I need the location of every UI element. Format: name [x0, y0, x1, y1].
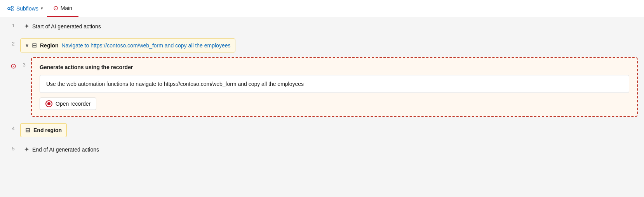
- row-1-content: ✦ Start of AI generated actions: [20, 20, 638, 32]
- row-5: 5 ✦ End of AI generated actions: [0, 140, 644, 159]
- generate-title: Generate actions using the recorder: [40, 64, 629, 70]
- row-1: 1 ✦ Start of AI generated actions: [0, 17, 644, 35]
- row-2-content: ∨ ⊟ Region Navigate to https://contoso.c…: [20, 38, 638, 52]
- svg-line-4: [10, 9, 11, 9]
- tab-warning-icon: ⊙: [53, 4, 58, 12]
- region-box-icon: ⊟: [32, 42, 37, 49]
- line-number-2: 2: [6, 38, 20, 47]
- generate-description-text: Use the web automation functions to navi…: [46, 81, 304, 87]
- top-bar: Subflows ▾ ⊙ Main: [0, 0, 644, 17]
- step-end-ai-label: End of AI generated actions: [32, 146, 99, 153]
- tab-main-label: Main: [61, 5, 72, 11]
- end-region-block[interactable]: ⊟ End region: [20, 123, 67, 137]
- generate-actions-box: Generate actions using the recorder Use …: [31, 57, 638, 117]
- svg-point-0: [8, 7, 10, 9]
- row-2: 2 ∨ ⊟ Region Navigate to https://contoso…: [0, 35, 644, 56]
- ai-star-icon: ✦: [24, 23, 29, 30]
- generate-description-box: Use the web automation functions to navi…: [40, 75, 629, 93]
- line-number-4: 4: [6, 123, 20, 131]
- error-warning-icon: ⊙: [10, 62, 16, 70]
- end-region-box-icon: ⊟: [25, 127, 30, 134]
- region-header[interactable]: ∨ ⊟ Region Navigate to https://contoso.c…: [20, 38, 235, 52]
- region-description: Navigate to https://contoso.com/web_form…: [61, 42, 230, 49]
- line-number-3: 3: [20, 57, 28, 68]
- open-recorder-button[interactable]: Open recorder: [40, 98, 96, 110]
- step-end-ai: ✦ End of AI generated actions: [20, 143, 638, 155]
- open-recorder-label: Open recorder: [56, 101, 91, 107]
- chevron-down-icon: ▾: [41, 6, 43, 11]
- end-region-label: End region: [33, 127, 62, 133]
- step-start-ai-label: Start of AI generated actions: [32, 23, 101, 30]
- line-number-5: 5: [6, 143, 20, 152]
- subflows-icon: [7, 5, 14, 12]
- region-label: Region: [40, 42, 58, 49]
- row-4-content: ⊟ End region: [20, 123, 638, 137]
- row-4: 4 ⊟ End region: [0, 120, 644, 140]
- svg-point-2: [11, 9, 13, 10]
- svg-line-3: [10, 7, 11, 8]
- main-content: 1 ✦ Start of AI generated actions 2 ∨ ⊟ …: [0, 17, 644, 197]
- recorder-inner-circle: [47, 102, 50, 105]
- subflows-label: Subflows: [16, 5, 38, 12]
- tab-main[interactable]: ⊙ Main: [47, 0, 78, 17]
- ai-star-end-icon: ✦: [24, 146, 29, 153]
- region-chevron-icon: ∨: [25, 43, 29, 48]
- line-number-1: 1: [6, 20, 20, 28]
- row-5-content: ✦ End of AI generated actions: [20, 143, 638, 155]
- row-3: ⊙ 3 Generate actions using the recorder …: [0, 56, 644, 120]
- svg-point-1: [11, 6, 13, 8]
- recorder-circle-icon: [45, 100, 52, 107]
- step-start-ai: ✦ Start of AI generated actions: [20, 20, 638, 32]
- subflows-button[interactable]: Subflows ▾: [3, 3, 47, 14]
